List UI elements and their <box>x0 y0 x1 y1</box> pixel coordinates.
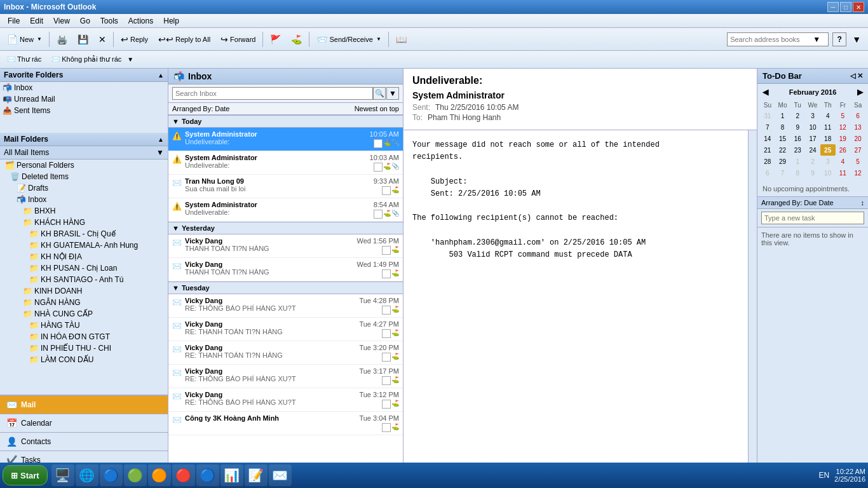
delete-button[interactable]: ✕ <box>94 30 111 48</box>
mail-item-9[interactable]: ✉️ Vicky Dang RE: THÔNG BÁO PHÍ HÀNG XU?… <box>168 365 403 388</box>
sidebar-item-inphieu[interactable]: 📁 IN PHIẾU THU - CHI <box>0 342 168 354</box>
sidebar-item-sent[interactable]: 📤 Sent Items <box>0 105 168 116</box>
mail-item-11[interactable]: ✉️ Công ty 3K Hoàng Anh Minh Tue 3:04 PM… <box>168 412 403 435</box>
cal-day[interactable]: 31 <box>760 110 775 121</box>
mail-flag-5[interactable]: ⛳ <box>391 269 399 278</box>
cal-day[interactable]: 16 <box>790 133 805 144</box>
sendreceive-button[interactable]: 📨 Send/Receive ▼ <box>312 30 385 48</box>
cal-day[interactable]: 8 <box>790 167 805 179</box>
cal-day[interactable]: 9 <box>790 121 805 133</box>
mail-checkbox-3[interactable] <box>374 210 383 219</box>
maximize-button[interactable]: □ <box>840 2 851 12</box>
cal-day[interactable]: 28 <box>760 156 775 167</box>
notspam-button[interactable]: ✉️ Không phải thư rác <box>47 53 126 67</box>
mail-flag-4[interactable]: ⛳ <box>391 246 399 255</box>
mail-flag-0[interactable]: ⛳ <box>383 139 391 148</box>
taskbar-app-app4[interactable]: 🟠 <box>148 464 171 486</box>
cal-day[interactable]: 15 <box>775 133 790 144</box>
mail-item-5[interactable]: ✉️ Vicky Dang THANH TOÁN TI?N HÀNG Wed 1… <box>168 258 403 281</box>
mail-folders-collapse-icon[interactable]: ▲ <box>158 136 164 143</box>
cal-day[interactable]: 8 <box>775 121 790 133</box>
cal-day[interactable]: 10 <box>805 121 820 133</box>
sidebar-item-lamdau[interactable]: 📁 LÀM CON DẤU <box>0 354 168 365</box>
new-button[interactable]: 📄 New ▼ <box>3 30 46 48</box>
options-button[interactable]: ▼ <box>848 30 865 48</box>
taskbar-app-chrome[interactable]: 🔵 <box>100 464 123 486</box>
search-addr-dropdown[interactable]: ▼ <box>813 35 820 44</box>
cal-day[interactable]: 2 <box>790 110 805 121</box>
save-button[interactable]: 💾 <box>73 30 93 48</box>
mail-checkbox-8[interactable] <box>382 353 391 362</box>
cal-day[interactable]: 21 <box>760 144 775 156</box>
sidebar-item-khachhang[interactable]: 📁 KHÁCH HÀNG <box>0 217 168 228</box>
minimize-button[interactable]: ─ <box>827 2 839 12</box>
sidebar-item-kh-noidi[interactable]: 📁 KH NỘI ĐỊA <box>0 251 168 262</box>
cal-next-button[interactable]: ▶ <box>855 86 865 98</box>
cal-day[interactable]: 6 <box>850 110 865 121</box>
mail-checkbox-10[interactable] <box>382 400 391 409</box>
mail-item-3[interactable]: ⚠️ System Administrator Undeliverable: 8… <box>168 198 403 222</box>
addrbook-button[interactable]: 📖 <box>391 30 411 48</box>
mail-checkbox-9[interactable] <box>382 376 391 385</box>
mail-flag-11[interactable]: ⛳ <box>391 423 399 432</box>
sidebar-item-kh-guatemala[interactable]: 📁 KH GUATEMALA- Anh Hung <box>0 240 168 251</box>
mail-flag-2[interactable]: ⛳ <box>391 186 399 195</box>
cal-day[interactable]: 7 <box>760 121 775 133</box>
menu-actions[interactable]: Actions <box>123 15 158 27</box>
cal-day[interactable]: 1 <box>775 110 790 121</box>
cal-today[interactable]: 25 <box>820 144 836 156</box>
todo-bar-minimize[interactable]: ◁ <box>850 72 855 80</box>
todo-bar-close[interactable]: ✕ <box>857 72 863 80</box>
tasks-sort-icon[interactable]: ↕ <box>861 199 865 207</box>
nav-tab-calendar[interactable]: 📅 Calendar <box>0 414 168 432</box>
sidebar-item-hangtau[interactable]: 📁 HÀNG TÀU <box>0 320 168 331</box>
sendreceive-dropdown-arrow[interactable]: ▼ <box>376 36 381 42</box>
mail-item-10[interactable]: ✉️ Vicky Dang RE: THÔNG BÁO PHÍ HÀNG XU?… <box>168 388 403 412</box>
today-collapse-icon[interactable]: ▼ <box>172 118 179 125</box>
cal-day[interactable]: 27 <box>850 144 865 156</box>
mail-item-8[interactable]: ✉️ Vicky Dang RE: THANH TOÁN TI?N HÀNG T… <box>168 341 403 365</box>
cal-day[interactable]: 7 <box>775 167 790 179</box>
sidebar-item-drafts[interactable]: 📝 Drafts <box>0 182 168 194</box>
search-inbox-button[interactable]: 🔍 <box>373 87 386 100</box>
cal-day[interactable]: 5 <box>850 156 865 167</box>
sidebar-item-unread[interactable]: 📭 Unread Mail <box>0 93 168 105</box>
all-mail-items-dropdown[interactable]: ▼ <box>156 148 164 157</box>
sidebar-item-kh-pusan[interactable]: 📁 KH PUSAN - Chị Loan <box>0 262 168 274</box>
reply-all-button[interactable]: ↩↩ Reply to All <box>154 30 215 48</box>
mail-checkbox-2[interactable] <box>382 186 391 195</box>
cal-day[interactable]: 26 <box>836 144 851 156</box>
forward-button[interactable]: ↪ Forward <box>216 30 260 48</box>
cal-day[interactable]: 9 <box>805 167 820 179</box>
mail-checkbox-1[interactable] <box>374 163 383 172</box>
reply-button[interactable]: ↩ Reply <box>116 30 153 48</box>
mail-checkbox-11[interactable] <box>382 423 391 432</box>
taskbar-app-excel[interactable]: 📊 <box>220 464 243 486</box>
new-task-input[interactable] <box>761 212 864 224</box>
mail-flag-3[interactable]: ⛳ <box>383 210 391 219</box>
cal-day[interactable]: 1 <box>790 156 805 167</box>
cal-day[interactable]: 17 <box>805 133 820 144</box>
sidebar-item-kh-brasil[interactable]: 📁 KH BRASIL - Chị Quế <box>0 228 168 240</box>
spam-button[interactable]: ✉️ Thư rác <box>3 53 46 67</box>
search-inbox-input[interactable] <box>172 87 373 100</box>
sidebar-item-bhxh[interactable]: 📁 BHXH <box>0 205 168 217</box>
nav-tab-mail[interactable]: ✉️ Mail <box>0 395 168 414</box>
start-button[interactable]: ⊞ Start <box>3 465 48 485</box>
taskbar-app-app5[interactable]: 🔴 <box>172 464 195 486</box>
mail-item-4[interactable]: ✉️ Vicky Dang THANH TOÁN TI?N HÀNG Wed 1… <box>168 234 403 258</box>
menu-go[interactable]: Go <box>75 15 95 27</box>
cal-day[interactable]: 12 <box>850 167 865 179</box>
tuesday-collapse-icon[interactable]: ▼ <box>172 284 179 292</box>
cal-prev-button[interactable]: ◀ <box>760 86 771 98</box>
mail-item-0[interactable]: ⚠️ System Administrator Undeliverable: 1… <box>168 128 403 151</box>
taskbar-app-explorer[interactable]: 🖥️ <box>51 464 74 486</box>
taskbar-app-outlook[interactable]: ✉️ <box>269 464 292 486</box>
mail-checkbox-7[interactable] <box>382 329 391 338</box>
cal-day[interactable]: 3 <box>805 110 820 121</box>
mail-checkbox-5[interactable] <box>382 269 391 278</box>
taskbar-app-ie[interactable]: 🌐 <box>76 464 98 486</box>
sidebar-item-inbox-fav[interactable]: 📬 Inbox <box>0 82 168 93</box>
cal-day[interactable]: 10 <box>820 167 836 179</box>
cal-day[interactable]: 20 <box>850 133 865 144</box>
